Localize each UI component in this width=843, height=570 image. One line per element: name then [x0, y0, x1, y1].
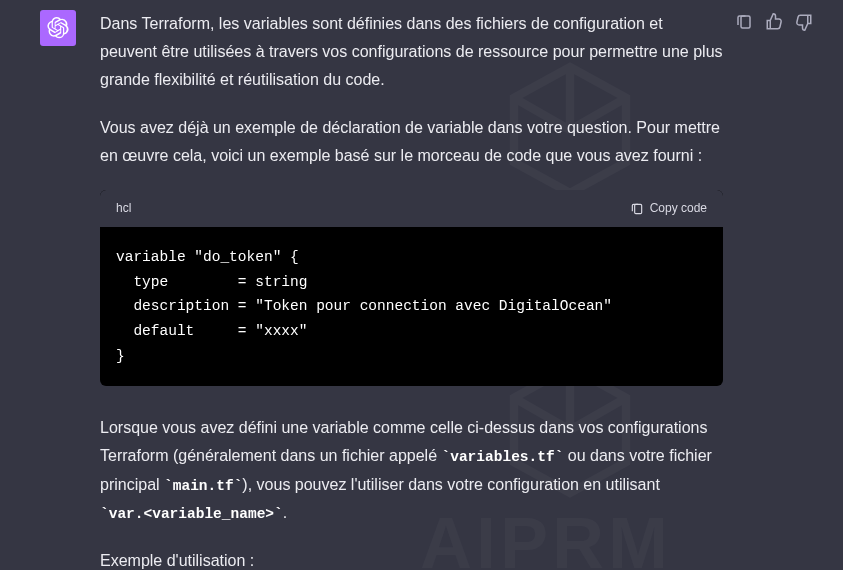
text-span: ), vous pouvez l'utiliser dans votre con… — [242, 476, 660, 493]
inline-code: var.<variable_name> — [100, 506, 283, 522]
message-actions — [735, 10, 813, 570]
inline-code: variables.tf — [442, 449, 564, 465]
code-block: hcl Copy code variable "do_token" { type… — [100, 190, 723, 386]
inline-code: main.tf — [164, 478, 242, 494]
openai-logo-icon — [47, 17, 69, 39]
svg-rect-1 — [741, 16, 750, 28]
svg-rect-0 — [634, 204, 641, 213]
copy-code-button[interactable]: Copy code — [630, 198, 707, 219]
thumbs-down-icon — [795, 13, 813, 31]
code-language-label: hcl — [116, 198, 131, 219]
thumbs-up-icon — [765, 13, 783, 31]
copy-code-label: Copy code — [650, 198, 707, 219]
paragraph: Dans Terraform, les variables sont défin… — [100, 10, 723, 94]
message-container: Dans Terraform, les variables sont défin… — [0, 0, 843, 570]
clipboard-icon — [735, 13, 753, 31]
copy-message-button[interactable] — [735, 12, 753, 30]
clipboard-icon — [630, 202, 644, 216]
paragraph: Lorsque vous avez défini une variable co… — [100, 414, 723, 527]
assistant-avatar — [40, 10, 76, 46]
thumbs-up-button[interactable] — [765, 12, 783, 30]
paragraph: Vous avez déjà un exemple de déclaration… — [100, 114, 723, 170]
code-body[interactable]: variable "do_token" { type = string desc… — [100, 227, 723, 386]
message-content: Dans Terraform, les variables sont défin… — [100, 10, 723, 570]
code-block-header: hcl Copy code — [100, 190, 723, 227]
paragraph: Exemple d'utilisation : — [100, 547, 723, 570]
thumbs-down-button[interactable] — [795, 12, 813, 30]
text-span: . — [283, 504, 287, 521]
